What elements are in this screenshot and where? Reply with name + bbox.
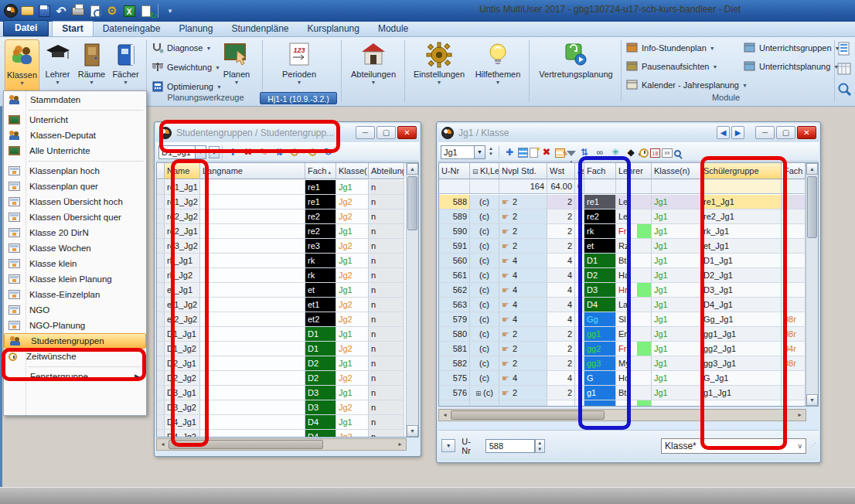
cell-fach2[interactable]: [782, 400, 806, 407]
cell-abteilung[interactable]: n: [369, 312, 404, 327]
maximize-button[interactable]: ▢: [776, 126, 795, 139]
more-icon[interactable]: ▾: [162, 3, 178, 19]
cell-nvpl[interactable]: [499, 400, 547, 407]
cell-unr[interactable]: 576: [439, 386, 470, 400]
table-row[interactable]: et1_Jg2et1Jg2n: [157, 298, 418, 312]
cell-klle[interactable]: ⊞ (c): [470, 386, 499, 400]
chevron-down-icon[interactable]: ▼: [742, 83, 748, 88]
cell-lehrer[interactable]: Bt: [616, 386, 652, 400]
cell-nvpl[interactable]: ☛4: [499, 254, 547, 268]
cell-schuelergruppe[interactable]: re2_Jg1: [701, 209, 782, 224]
cell-name[interactable]: D4_Jg1: [165, 415, 200, 430]
cell-wst[interactable]: 4: [547, 312, 575, 327]
studentengruppe-combobox[interactable]: D1_Jg1 ▼: [158, 145, 206, 159]
cell-fach2[interactable]: 08r: [782, 356, 806, 371]
cell-fach[interactable]: et1: [305, 298, 336, 312]
cell-abteilung[interactable]: n: [369, 239, 404, 254]
cell-js[interactable]: [575, 312, 584, 327]
cell-abteilung[interactable]: n: [369, 371, 404, 386]
cell-schuelergruppe[interactable]: D4_Jg1: [701, 298, 782, 312]
cell-langname[interactable]: [200, 356, 305, 371]
cell-langname[interactable]: [200, 386, 305, 400]
cell-klle[interactable]: (c): [470, 283, 499, 298]
cell-fach[interactable]: D4: [584, 298, 616, 312]
table-row[interactable]: 575(c)☛44GHoJg1G_Jg1: [439, 371, 818, 386]
chevron-down-icon[interactable]: ▾: [302, 149, 305, 155]
save-icon[interactable]: [39, 5, 50, 17]
cell-name[interactable]: D4_Jg2: [165, 430, 200, 438]
cell-name[interactable]: D2_Jg2: [165, 371, 200, 386]
cell-klasse[interactable]: Jg2: [336, 268, 369, 283]
cell-wst[interactable]: 4: [547, 268, 575, 283]
cell-fach[interactable]: re2: [305, 209, 336, 224]
module-item-kalender-jahresplanung[interactable]: Kalender - Jahresplanung▼: [626, 76, 750, 94]
cell-name[interactable]: re1_Jg1: [165, 180, 200, 195]
cell-fach[interactable]: G: [584, 371, 616, 386]
scrollbar-thumb[interactable]: [807, 176, 817, 238]
chevron-down-icon[interactable]: ▼: [496, 80, 501, 85]
module-item-info-stundenplan[interactable]: Info-Stundenplan▼: [626, 39, 750, 57]
table-row[interactable]: re1_Jg1re1Jg1n: [157, 180, 418, 195]
cell-wst[interactable]: 4: [547, 298, 575, 312]
cell-name[interactable]: et2_Jg2: [165, 312, 200, 327]
cell-klle[interactable]: [470, 400, 499, 407]
cell-klassen[interactable]: Jg1: [652, 268, 701, 283]
cell-unr[interactable]: 563: [439, 298, 470, 312]
cell-wst[interactable]: 4: [547, 283, 575, 298]
table-row[interactable]: 590(c)☛22rkFrJg1rk_Jg1: [439, 224, 818, 239]
window1-titlebar[interactable]: Studentengruppen / Studentengrupp... ─ ▢…: [156, 124, 419, 142]
cell-fach[interactable]: re1: [305, 195, 336, 209]
cell-fach2[interactable]: 08r: [782, 327, 806, 342]
cell-fach2[interactable]: 08r: [782, 312, 806, 327]
cell-abteilung[interactable]: n: [369, 342, 404, 356]
ribbon-button-einstellungen[interactable]: Einstellungen ▼: [408, 39, 470, 101]
cell-klassen[interactable]: Jg1: [652, 327, 701, 342]
cell-klasse[interactable]: Jg2: [336, 239, 369, 254]
cell-klassen[interactable]: Jg1: [652, 239, 701, 254]
cell-langname[interactable]: [200, 254, 305, 268]
row-selector[interactable]: [157, 371, 165, 386]
excel-export-icon[interactable]: X: [124, 5, 135, 17]
cell-js[interactable]: [575, 254, 584, 268]
cell-fach[interactable]: et: [305, 283, 336, 298]
cell-klle[interactable]: (c): [470, 224, 499, 239]
cell-nvpl[interactable]: ☛2: [499, 224, 547, 239]
sidebar-item-unterricht[interactable]: Unterricht: [4, 112, 146, 128]
period-badge[interactable]: Hj1-1 (10.9.-3.2.): [260, 92, 337, 104]
scroll-left-icon[interactable]: ◂: [439, 410, 451, 421]
cell-wst[interactable]: 2: [547, 195, 575, 209]
cell-wst[interactable]: 4: [547, 371, 575, 386]
close-button[interactable]: ✕: [797, 126, 816, 139]
cell-langname[interactable]: [200, 224, 305, 239]
cell-fach[interactable]: re2: [305, 224, 336, 239]
scrollbar-thumb[interactable]: [451, 410, 605, 420]
row-selector[interactable]: [157, 312, 165, 327]
table-row[interactable]: 560(c)☛44D1BtJg1D1_Jg1: [439, 254, 818, 268]
cell-abteilung[interactable]: n: [369, 180, 404, 195]
scroll-right-icon[interactable]: ▸: [394, 439, 406, 450]
module-item-unterrichtsgruppen[interactable]: Unterrichtsgruppen▼: [744, 39, 852, 57]
sidebar-item-klassenplan-quer[interactable]: Klassenplan quer: [4, 179, 146, 194]
cell-fach[interactable]: et2: [305, 312, 336, 327]
expand-icon[interactable]: ⊞: [475, 390, 483, 397]
cell-abteilung[interactable]: n: [369, 327, 404, 342]
cell-langname[interactable]: [200, 342, 305, 356]
table-row[interactable]: et_Jg1etJg1n: [157, 283, 418, 298]
cell-schuelergruppe[interactable]: gg3_Jg1: [701, 356, 782, 371]
cell-schuelergruppe[interactable]: D3_Jg1: [701, 283, 782, 298]
chevron-down-icon[interactable]: ▼: [712, 64, 717, 70]
minimize-button[interactable]: ─: [755, 126, 775, 139]
cell-fach[interactable]: D1: [584, 254, 616, 268]
cell-abteilung[interactable]: n: [369, 400, 404, 415]
sidebar-item-klasse-klein-planung[interactable]: Klasse klein Planung: [4, 271, 146, 287]
cell-schuelergruppe[interactable]: et_Jg1: [701, 239, 782, 254]
cell-klle[interactable]: (c): [470, 195, 499, 209]
table-row[interactable]: 581(c)☛22gg2FrJg1gg2_Jg104r: [439, 342, 818, 356]
cell-fach[interactable]: D2: [584, 268, 616, 283]
cell-nvpl[interactable]: ☛2: [499, 195, 547, 209]
cell-fach[interactable]: [584, 400, 616, 407]
cell-klle[interactable]: (c): [470, 298, 499, 312]
cell-fach[interactable]: D3: [305, 386, 336, 400]
cell-lehrer[interactable]: Rz: [616, 239, 652, 254]
vertical-scrollbar[interactable]: ▲▼: [806, 163, 818, 406]
